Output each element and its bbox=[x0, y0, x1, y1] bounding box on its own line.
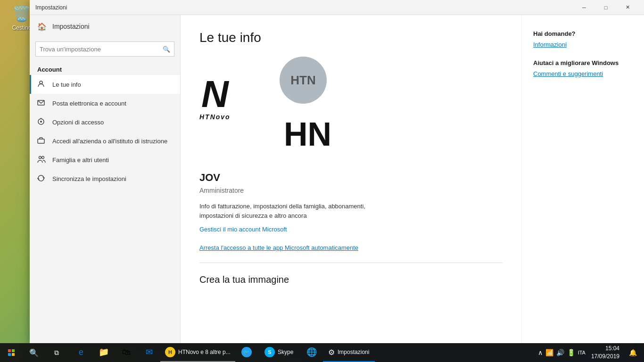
user-role: Amministratore bbox=[199, 187, 503, 194]
task-view-button[interactable]: ⧉ bbox=[45, 343, 68, 362]
sidebar-back-label: Impostazioni bbox=[52, 23, 90, 30]
informazioni-link[interactable]: Informazioni bbox=[533, 41, 633, 48]
settings-content: 🏠 Impostazioni 🔍 Account Le tue info bbox=[30, 15, 644, 343]
notification-icon: 🔔 bbox=[629, 349, 637, 356]
window-controls: ─ □ ✕ bbox=[573, 0, 638, 15]
minimize-button[interactable]: ─ bbox=[573, 0, 595, 15]
page-title: Le tue info bbox=[199, 30, 503, 45]
sidebar: 🏠 Impostazioni 🔍 Account Le tue info bbox=[30, 15, 181, 343]
sidebar-item-le-tue-info[interactable]: Le tue info bbox=[30, 75, 180, 94]
sidebar-item-azienda[interactable]: Accedi all'azienda o all'istituto di ist… bbox=[30, 132, 180, 150]
close-button[interactable]: ✕ bbox=[617, 0, 638, 15]
feedback-link[interactable]: Commenti e suggerimenti bbox=[533, 70, 633, 77]
sidebar-item-label: Posta elettronica e account bbox=[52, 100, 126, 107]
mail-icon: ✉ bbox=[146, 347, 153, 357]
manage-account-link[interactable]: Gestisci il mio account Microsoft bbox=[199, 226, 503, 233]
taskbar-app-chrome[interactable]: 🌐 bbox=[300, 343, 323, 362]
windows-logo bbox=[8, 349, 15, 356]
svg-point-0 bbox=[40, 81, 42, 84]
logo-text: HTNovo bbox=[199, 113, 231, 121]
right-panel: Hai domande? Informazioni Aiutaci a migl… bbox=[521, 15, 644, 343]
window-title: Impostazioni bbox=[35, 4, 573, 11]
right-improve-title: Aiutaci a migliorare Windows bbox=[533, 59, 633, 66]
sidebar-item-label: Famiglia e altri utenti bbox=[52, 156, 109, 164]
svg-point-3 bbox=[40, 121, 42, 123]
svg-rect-5 bbox=[38, 139, 44, 143]
home-button[interactable]: 🏠 Impostazioni bbox=[30, 15, 180, 38]
user-name: JOV bbox=[199, 172, 503, 184]
clock-date: 17/09/2019 bbox=[591, 353, 619, 361]
profile-logos: N HTNovo HTN HN bbox=[199, 57, 331, 160]
taskbar-app-explorer[interactable]: 📁 bbox=[92, 343, 115, 362]
search-icon: 🔍 bbox=[163, 46, 170, 53]
explorer-icon: 📁 bbox=[99, 347, 109, 357]
lock-icon bbox=[37, 118, 47, 127]
sync-icon bbox=[37, 174, 47, 183]
taskbar-app-edge[interactable]: e bbox=[70, 343, 92, 362]
start-button[interactable] bbox=[0, 343, 23, 362]
htnovo-app-label: HTNovo e 8 altre p... bbox=[178, 349, 231, 355]
store-icon: 🛍 bbox=[122, 347, 131, 357]
home-icon: 🏠 bbox=[37, 22, 47, 31]
htnovo-logo: N HTNovo bbox=[199, 75, 231, 121]
person-icon bbox=[37, 80, 47, 89]
taskbar-app-twitter[interactable]: 🐦 bbox=[235, 343, 258, 362]
taskbar-apps: e 📁 🛍 ✉ H HTNovo e 8 altre p... bbox=[70, 343, 375, 362]
taskbar-app-settings[interactable]: ⚙ Impostazioni bbox=[323, 343, 375, 362]
sidebar-item-label: Accedi all'azienda o all'istituto di ist… bbox=[52, 138, 167, 145]
create-image-title: Crea la tua immagine bbox=[199, 274, 503, 285]
svg-point-7 bbox=[42, 156, 44, 158]
sidebar-item-label: Le tue info bbox=[52, 81, 81, 88]
chrome-icon: 🌐 bbox=[306, 347, 317, 357]
sidebar-item-famiglia[interactable]: Famiglia e altri utenti bbox=[30, 150, 180, 169]
taskbar-app-mail[interactable]: ✉ bbox=[138, 343, 160, 362]
avatar: HTN bbox=[280, 57, 327, 104]
profile-area: N HTNovo HTN HN bbox=[199, 57, 503, 160]
sidebar-item-posta[interactable]: Posta elettronica e account bbox=[30, 94, 180, 113]
taskbar-right: ∧ 📶 🔊 🔋 ITA 15:04 17/09/2019 🔔 bbox=[538, 343, 644, 362]
keyboard-icon[interactable]: ITA bbox=[578, 350, 586, 355]
clock-time: 15:04 bbox=[591, 345, 619, 353]
sidebar-item-sincronizza[interactable]: Sincronizza le impostazioni bbox=[30, 169, 180, 188]
taskview-icon: ⧉ bbox=[54, 349, 59, 357]
taskbar-app-skype[interactable]: S Skype bbox=[258, 343, 300, 362]
briefcase-icon bbox=[37, 137, 47, 146]
battery-icon[interactable]: 🔋 bbox=[567, 349, 575, 356]
sidebar-item-label: Opzioni di accesso bbox=[52, 119, 104, 126]
taskbar-left: 🔍 ⧉ e 📁 🛍 ✉ bbox=[0, 343, 375, 362]
skype-app-dot: S bbox=[264, 347, 275, 357]
right-question-title: Hai domande? bbox=[533, 30, 633, 37]
maximize-button[interactable]: □ bbox=[595, 0, 617, 15]
family-icon bbox=[37, 156, 47, 165]
search-input[interactable] bbox=[40, 46, 163, 53]
edge-icon: e bbox=[79, 347, 83, 357]
system-tray: ∧ 📶 🔊 🔋 ITA bbox=[538, 349, 586, 356]
settings-window: Impostazioni ─ □ ✕ 🏠 Impostazioni 🔍 Acco… bbox=[30, 0, 644, 343]
stop-access-link[interactable]: Arresta l'accesso a tutte le app Microso… bbox=[199, 244, 503, 251]
speakers-icon[interactable]: 🔊 bbox=[556, 349, 564, 356]
hn-logo: HN bbox=[284, 118, 331, 151]
taskbar-search-button[interactable]: 🔍 bbox=[23, 343, 45, 362]
chevron-up-icon[interactable]: ∧ bbox=[538, 349, 543, 356]
recycle-bin-label: Cestino bbox=[12, 25, 32, 31]
taskbar: 🔍 ⧉ e 📁 🛍 ✉ bbox=[0, 343, 644, 362]
skype-app-label: Skype bbox=[278, 349, 293, 355]
section-divider bbox=[199, 263, 503, 263]
sidebar-item-label: Sincronizza le impostazioni bbox=[52, 175, 126, 182]
taskbar-app-store[interactable]: 🛍 bbox=[115, 343, 138, 362]
svg-point-6 bbox=[39, 156, 41, 158]
settings-icon: ⚙ bbox=[328, 348, 335, 357]
logo-n: N bbox=[201, 75, 229, 113]
section-title: Account bbox=[30, 60, 180, 75]
search-box[interactable]: 🔍 bbox=[35, 41, 174, 57]
mail-icon bbox=[37, 99, 47, 108]
taskbar-app-htnovo[interactable]: H HTNovo e 8 altre p... bbox=[160, 343, 235, 362]
avatar-initials: HTN bbox=[290, 73, 315, 88]
notification-button[interactable]: 🔔 bbox=[625, 343, 640, 362]
network-icon[interactable]: 📶 bbox=[545, 349, 553, 356]
search-icon: 🔍 bbox=[29, 348, 39, 357]
settings-app-label: Impostazioni bbox=[338, 349, 369, 355]
sidebar-item-opzioni-accesso[interactable]: Opzioni di accesso bbox=[30, 113, 180, 132]
user-description: Info di fatturazione, impostazioni della… bbox=[199, 202, 435, 220]
clock[interactable]: 15:04 17/09/2019 bbox=[587, 345, 623, 361]
